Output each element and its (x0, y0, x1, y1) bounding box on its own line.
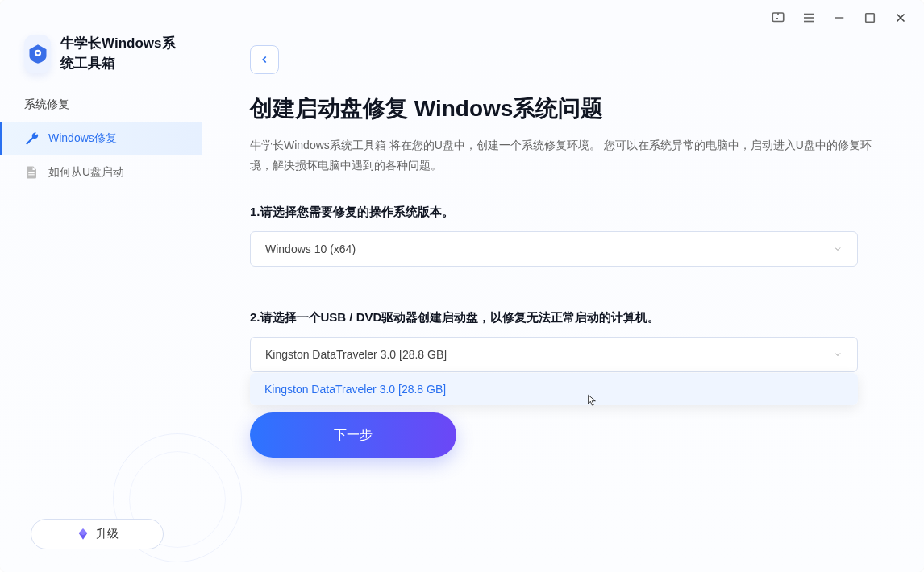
sidebar-item-windows-repair[interactable]: Windows修复 (0, 122, 202, 155)
menu-icon[interactable] (801, 10, 816, 25)
drive-dropdown: Kingston DataTraveler 3.0 [28.8 GB] (250, 373, 858, 405)
step1-label: 1.请选择您需要修复的操作系统版本。 (250, 205, 876, 220)
sidebar-section-label: 系统修复 (0, 97, 202, 122)
sidebar-item-usb-boot[interactable]: 如何从U盘启动 (0, 155, 202, 189)
titlebar (0, 0, 924, 35)
sidebar: 牛学长Windows系统工具箱 系统修复 Windows修复 如何从U (0, 35, 202, 572)
chevron-down-icon (833, 350, 843, 359)
page-description: 牛学长Windows系统工具箱 将在您的U盘中，创建一个系统修复环境。 您可以在… (250, 135, 876, 176)
svg-rect-11 (28, 175, 35, 176)
svg-point-9 (36, 52, 40, 55)
svg-rect-10 (28, 172, 35, 173)
feedback-icon[interactable] (771, 10, 785, 25)
sidebar-item-label: 如何从U盘启动 (48, 165, 124, 180)
step2-label: 2.请选择一个USB / DVD驱动器创建启动盘，以修复无法正常启动的计算机。 (250, 310, 876, 325)
app-title: 牛学长Windows系统工具箱 (60, 34, 177, 73)
sidebar-item-label: Windows修复 (48, 131, 117, 146)
wrench-icon (24, 131, 39, 146)
diamond-icon (77, 528, 89, 541)
main-content: 创建启动盘修复 Windows系统问题 牛学长Windows系统工具箱 将在您的… (202, 35, 924, 572)
chevron-left-icon (259, 54, 270, 65)
drive-select[interactable]: Kingston DataTraveler 3.0 [28.8 GB] (250, 337, 858, 372)
document-icon (24, 165, 39, 180)
app-logo-icon (24, 35, 51, 73)
next-button[interactable]: 下一步 (250, 412, 456, 458)
minimize-icon[interactable] (832, 10, 847, 25)
drive-option[interactable]: Kingston DataTraveler 3.0 [28.8 GB] (250, 373, 858, 405)
drive-select-value: Kingston DataTraveler 3.0 [28.8 GB] (265, 348, 447, 361)
chevron-down-icon (833, 244, 843, 254)
svg-rect-5 (866, 14, 875, 23)
os-version-select[interactable]: Windows 10 (x64) (250, 231, 858, 267)
maximize-icon[interactable] (863, 10, 877, 25)
upgrade-button[interactable]: 升级 (31, 519, 164, 549)
app-logo-block: 牛学长Windows系统工具箱 (0, 34, 202, 97)
close-icon[interactable] (893, 10, 908, 25)
back-button[interactable] (250, 45, 279, 74)
page-title: 创建启动盘修复 Windows系统问题 (250, 93, 876, 124)
upgrade-label: 升级 (96, 527, 119, 541)
os-version-value: Windows 10 (x64) (265, 242, 356, 255)
